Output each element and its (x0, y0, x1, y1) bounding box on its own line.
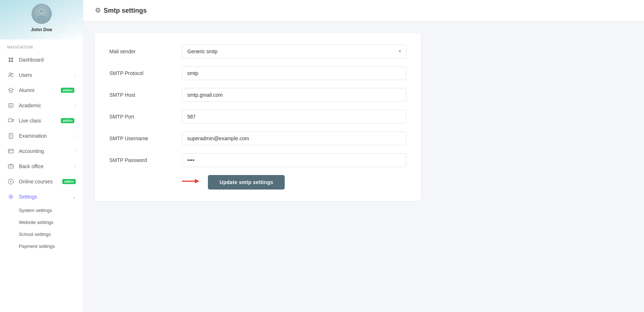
sidebar-item-alumni[interactable]: Alumni addon › (0, 83, 83, 98)
sidebar-item-backoffice[interactable]: Back office › (0, 159, 83, 174)
sidebar-item-examination-label: Examination (19, 133, 74, 139)
smtp-port-row: SMTP Port (109, 110, 406, 124)
sidebar-item-settings[interactable]: Settings ⌄ (0, 189, 83, 204)
backoffice-icon (7, 163, 14, 170)
academic-arrow-icon: › (74, 103, 76, 108)
smtp-protocol-input[interactable] (182, 66, 406, 80)
smtp-port-label: SMTP Port (109, 114, 182, 120)
sidebar-item-onlinecourses-label: Online courses (19, 179, 60, 184)
smtp-protocol-row: SMTP Protocol (109, 66, 406, 80)
sidebar-item-academic[interactable]: Academic › (0, 98, 83, 113)
svg-point-15 (10, 196, 12, 198)
smtp-username-row: SMTP Username (109, 132, 406, 145)
sidebar-item-academic-label: Academic (19, 103, 74, 108)
page-header: ⚙ Smtp settings (83, 0, 644, 21)
smtp-username-label: SMTP Username (109, 136, 182, 141)
page-title-gear-icon: ⚙ (95, 7, 101, 14)
arrow-indicator-icon (182, 177, 199, 188)
smtp-protocol-field (182, 66, 406, 80)
mail-sender-select[interactable]: Generic smtp SendGrid Mailgun Amazon SES (182, 45, 406, 58)
sidebar-item-users[interactable]: Users › (0, 67, 83, 83)
onlinecourses-addon-badge: addon (62, 179, 76, 184)
svg-point-4 (40, 11, 41, 12)
sidebar-subitem-payment-settings[interactable]: Payment settings (0, 240, 83, 252)
accounting-arrow-icon: › (74, 149, 76, 153)
sidebar-subitem-school-settings[interactable]: School settings (0, 228, 83, 240)
sidebar-item-settings-label: Settings (19, 194, 72, 200)
liveclass-arrow-icon: › (74, 118, 76, 123)
sidebar-header: John Doe (0, 0, 83, 39)
smtp-protocol-label: SMTP Protocol (109, 70, 182, 76)
mail-sender-field: Generic smtp SendGrid Mailgun Amazon SES… (182, 45, 406, 58)
smtp-password-row: SMTP Password (109, 153, 406, 167)
nav-section-label: NAVIGATION (0, 39, 83, 52)
page-content: Mail sender Generic smtp SendGrid Mailgu… (83, 21, 644, 312)
sidebar-item-accounting[interactable]: Accounting › (0, 143, 83, 159)
sidebar-item-dashboard-label: Dashboard (19, 57, 76, 63)
smtp-password-label: SMTP Password (109, 157, 182, 163)
sidebar-item-alumni-label: Alumni (19, 87, 59, 93)
smtp-port-input[interactable] (182, 110, 406, 124)
smtp-host-field (182, 88, 406, 102)
sidebar-item-liveclass-label: Live class (19, 118, 59, 124)
sidebar-item-examination[interactable]: Examination › (0, 128, 83, 143)
svg-point-6 (9, 73, 11, 75)
smtp-port-field (182, 110, 406, 124)
smtp-host-row: SMTP Host (109, 88, 406, 102)
svg-point-7 (12, 73, 13, 75)
sidebar-subitem-system-settings[interactable]: System settings (0, 204, 83, 216)
accounting-icon (7, 147, 14, 155)
sidebar-item-liveclass[interactable]: Live class addon › (0, 113, 83, 128)
page-title: ⚙ Smtp settings (95, 7, 147, 14)
user-name: John Doe (31, 27, 52, 32)
mail-sender-label: Mail sender (109, 49, 182, 54)
mail-sender-select-wrapper: Generic smtp SendGrid Mailgun Amazon SES… (182, 45, 406, 58)
alumni-icon (7, 87, 14, 94)
svg-rect-9 (8, 119, 12, 122)
settings-arrow-icon: ⌄ (72, 195, 76, 199)
smtp-username-field (182, 132, 406, 145)
svg-rect-12 (9, 151, 10, 152)
sidebar-subitem-website-settings[interactable]: Website settings (0, 216, 83, 228)
smtp-host-label: SMTP Host (109, 92, 182, 98)
svg-rect-8 (9, 104, 13, 107)
sidebar-item-dashboard[interactable]: Dashboard (0, 52, 83, 67)
users-icon (7, 71, 14, 79)
smtp-password-input[interactable] (182, 153, 406, 167)
examination-icon (7, 132, 14, 140)
page-title-text: Smtp settings (104, 7, 147, 14)
sidebar-item-backoffice-label: Back office (19, 163, 74, 169)
users-arrow-icon: › (74, 73, 76, 77)
smtp-username-input[interactable] (182, 132, 406, 145)
smtp-form-card: Mail sender Generic smtp SendGrid Mailgu… (95, 33, 421, 201)
avatar (32, 4, 52, 24)
alumni-addon-badge: addon (61, 88, 74, 93)
onlinecourses-icon (7, 178, 14, 185)
dashboard-icon (7, 56, 14, 63)
svg-marker-17 (195, 179, 199, 183)
smtp-host-input[interactable] (182, 88, 406, 102)
svg-rect-11 (8, 149, 13, 153)
update-smtp-button[interactable]: Update smtp settings (208, 175, 285, 190)
liveclass-icon (7, 117, 14, 124)
sidebar-item-accounting-label: Accounting (19, 148, 74, 154)
svg-point-5 (42, 11, 43, 12)
mail-sender-row: Mail sender Generic smtp SendGrid Mailgu… (109, 45, 406, 58)
sidebar-item-onlinecourses[interactable]: Online courses addon (0, 174, 83, 189)
smtp-password-field (182, 153, 406, 167)
liveclass-addon-badge: addon (61, 118, 74, 123)
examination-arrow-icon: › (74, 134, 76, 138)
form-actions: Update smtp settings (109, 175, 406, 190)
academic-icon (7, 102, 14, 109)
sidebar-item-users-label: Users (19, 72, 74, 78)
main-content: ⚙ Smtp settings Mail sender Generic smtp… (83, 0, 644, 312)
sidebar: John Doe NAVIGATION Dashboard Users › (0, 0, 83, 312)
settings-icon (7, 193, 14, 200)
alumni-arrow-icon: › (74, 88, 76, 92)
backoffice-arrow-icon: › (74, 164, 76, 169)
svg-point-1 (37, 16, 46, 20)
